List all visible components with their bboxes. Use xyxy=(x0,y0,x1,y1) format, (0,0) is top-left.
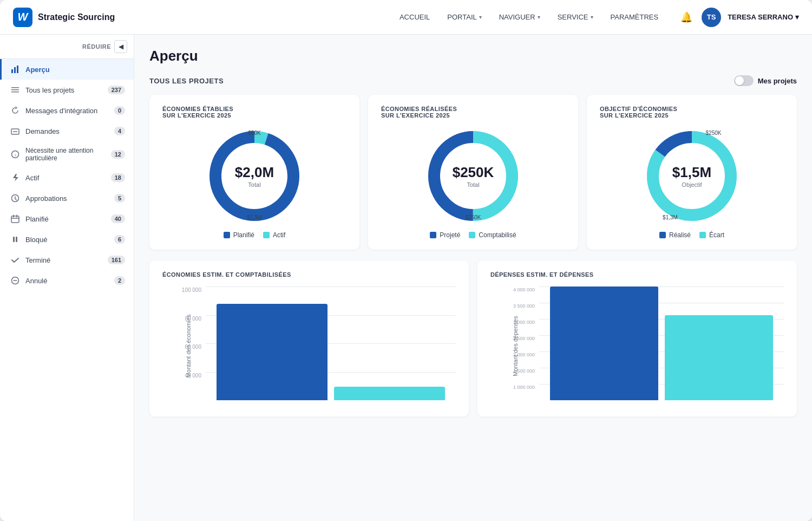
sidebar-item-messages[interactable]: Messages d'intégration 0 xyxy=(0,100,134,121)
page-title: Aperçu xyxy=(149,48,797,64)
svg-rect-1 xyxy=(14,67,16,73)
sidebar-item-approbations[interactable]: Approbations 5 xyxy=(0,188,134,209)
info-icon: i xyxy=(10,149,20,159)
sidebar-item-apercu[interactable]: Aperçu xyxy=(0,59,134,80)
svg-rect-10 xyxy=(11,216,19,223)
nav-parametres[interactable]: PARAMÈTRES xyxy=(604,9,665,25)
body: RÉDUIRE ◀ Aperçu Tous les projets 237 xyxy=(0,35,812,521)
section-title: TOUS LES PROJETS xyxy=(149,77,224,85)
svg-text:$1,9M: $1,9M xyxy=(247,214,262,220)
sidebar-item-label: Actif xyxy=(25,174,106,182)
svg-rect-4 xyxy=(11,89,19,90)
donut-center: $1,5M Objectif xyxy=(672,165,711,188)
sidebar-item-attention[interactable]: i Nécessite une attention particulière 1… xyxy=(0,141,134,167)
legend-label: Planifié xyxy=(233,231,254,239)
svg-rect-12 xyxy=(16,237,17,242)
legend-color xyxy=(430,232,436,238)
legend-color xyxy=(659,232,666,238)
user-name[interactable]: TERESA SERRANO ▾ xyxy=(728,13,799,21)
donut-cards-row: ÉCONOMIES ÉTABLIESSUR L'EXERCICE 2025 xyxy=(149,95,797,250)
toggle-switch[interactable] xyxy=(734,75,754,86)
bar-card-depenses: DÉPENSES ESTIM. ET DÉPENSES Montant des … xyxy=(477,260,797,416)
card-title: DÉPENSES ESTIM. ET DÉPENSES xyxy=(490,271,784,278)
donut-card-economies-etablies: ÉCONOMIES ÉTABLIESSUR L'EXERCICE 2025 xyxy=(149,95,359,250)
badge: 161 xyxy=(108,256,125,264)
legend-label: Projeté xyxy=(440,231,460,239)
donut-container: $50K $1,9M $2,0M Total Planifié xyxy=(162,127,346,239)
nav-naviguer[interactable]: NAVIGUER ▾ xyxy=(493,9,547,25)
badge: 6 xyxy=(114,235,125,244)
svg-text:$1,3M: $1,3M xyxy=(663,214,678,220)
legend-color xyxy=(263,232,270,238)
sidebar-item-termine[interactable]: Terminé 161 xyxy=(0,250,134,270)
donut-value: $250K xyxy=(453,165,494,180)
reduce-button[interactable]: ◀ xyxy=(114,40,127,53)
donut-container: $250K $1,3M $1,5M Objectif Réalis xyxy=(600,127,784,239)
nav-accueil[interactable]: ACCUEIL xyxy=(393,9,436,25)
donut-sub: Total xyxy=(453,181,494,187)
grid: 100 000 80 000 60 000 40 000 xyxy=(206,286,456,400)
legend-label: Comptabilisé xyxy=(479,231,516,239)
main-content: Aperçu TOUS LES PROJETS Mes projets ÉCON… xyxy=(134,35,812,521)
bar-chart-depenses: Montant des dépenses 4 000 000 3 500 000… xyxy=(490,286,784,406)
sidebar-item-planifie[interactable]: Planifié 40 xyxy=(0,209,134,229)
card-title: ÉCONOMIES ÉTABLIESSUR L'EXERCICE 2025 xyxy=(162,106,346,119)
legend-item: Réalisé xyxy=(659,231,691,239)
sidebar-item-label: Aperçu xyxy=(25,66,125,74)
check-icon xyxy=(10,255,20,265)
bar-cyan xyxy=(665,315,773,401)
reduce-label: RÉDUIRE xyxy=(82,43,111,50)
nav-portail[interactable]: PORTAIL ▾ xyxy=(441,9,488,25)
svg-text:$50K: $50K xyxy=(248,130,261,136)
sidebar-item-label: Terminé xyxy=(25,256,102,264)
header-right: 🔔 TS TERESA SERRANO ▾ xyxy=(678,8,799,27)
avatar: TS xyxy=(702,8,721,27)
donut-chart: $250K $1,3M $1,5M Objectif xyxy=(643,127,741,225)
chevron-down-icon: ▾ xyxy=(591,14,593,20)
chevron-down-icon: ▾ xyxy=(479,14,482,20)
card-title: ÉCONOMIES RÉALISÉESSUR L'EXERCICE 2025 xyxy=(381,106,565,119)
sidebar-item-label: Planifié xyxy=(25,215,106,223)
sidebar-item-label: Annulé xyxy=(25,277,109,285)
legend-label: Réalisé xyxy=(669,231,691,239)
sidebar-item-actif[interactable]: Actif 18 xyxy=(0,167,134,188)
donut-center: $250K Total xyxy=(453,165,494,188)
bars-container xyxy=(217,286,445,400)
inbox-icon xyxy=(10,126,20,136)
nav-service[interactable]: SERVICE ▾ xyxy=(551,9,600,25)
svg-rect-0 xyxy=(11,69,13,73)
mes-projets-toggle[interactable]: Mes projets xyxy=(734,75,797,86)
sidebar-item-label: Tous les projets xyxy=(25,86,102,94)
pause-icon xyxy=(10,235,20,244)
logo-icon: W xyxy=(13,8,32,27)
sidebar-item-label: Bloqué xyxy=(25,236,109,244)
donut-value: $1,5M xyxy=(672,165,711,180)
app-name: Strategic Sourcing xyxy=(38,12,115,22)
badge: 40 xyxy=(111,214,125,223)
legend-color xyxy=(699,232,706,238)
donut-card-economies-realisees: ÉCONOMIES RÉALISÉESSUR L'EXERCICE 2025 $… xyxy=(368,95,578,250)
bar-blue xyxy=(217,304,328,401)
sidebar-item-annule[interactable]: Annulé 2 xyxy=(0,270,134,291)
sidebar-item-demandes[interactable]: Demandes 4 xyxy=(0,121,134,141)
donut-sub: Total xyxy=(235,181,274,187)
legend-item: Planifié xyxy=(224,231,254,239)
notification-bell-icon[interactable]: 🔔 xyxy=(678,9,695,26)
donut-card-objectif: OBJECTIF D'ÉCONOMIESSUR L'EXERCICE 2025 … xyxy=(587,95,797,250)
chart-icon xyxy=(10,64,20,74)
sidebar-item-tous-projets[interactable]: Tous les projets 237 xyxy=(0,80,134,100)
sidebar-reduce-bar: RÉDUIRE ◀ xyxy=(0,35,134,59)
calendar-icon xyxy=(10,214,20,224)
logo: W Strategic Sourcing xyxy=(13,8,115,27)
grid: 4 000 000 3 500 000 3 000 000 2 500 000 xyxy=(539,286,784,400)
donut-container: $250K $250K Total Projeté xyxy=(381,127,565,239)
bars-container xyxy=(550,286,773,400)
legend: Réalisé Écart xyxy=(659,231,724,239)
donut-value: $2,0M xyxy=(235,165,274,180)
badge: 12 xyxy=(111,150,125,159)
badge: 0 xyxy=(114,106,125,115)
chevron-down-icon: ▾ xyxy=(795,13,799,21)
card-title: OBJECTIF D'ÉCONOMIESSUR L'EXERCICE 2025 xyxy=(600,106,784,119)
legend: Planifié Actif xyxy=(224,231,286,239)
sidebar-item-bloque[interactable]: Bloqué 6 xyxy=(0,229,134,250)
